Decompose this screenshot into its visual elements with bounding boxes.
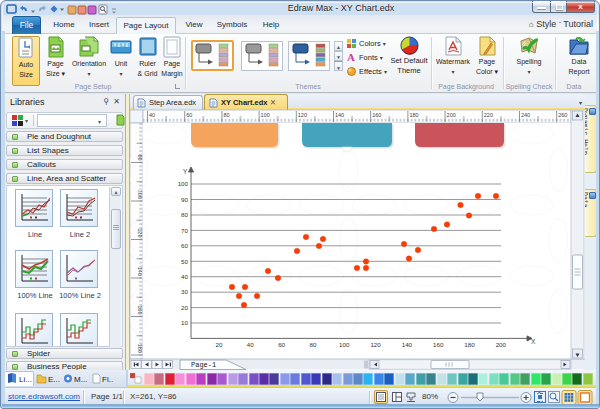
svg-text:A: A <box>347 52 355 62</box>
svg-text:Li...: Li... <box>19 375 32 384</box>
svg-text:220: 220 <box>484 112 493 118</box>
svg-text:Y: Y <box>183 168 188 175</box>
svg-text:200: 200 <box>447 112 456 118</box>
svg-text:80: 80 <box>223 112 229 118</box>
svg-text:180: 180 <box>464 341 475 348</box>
svg-text:180: 180 <box>137 344 143 353</box>
svg-text:40: 40 <box>181 273 188 280</box>
svg-text:60: 60 <box>278 341 285 348</box>
svg-text:80: 80 <box>137 154 143 160</box>
svg-text:260: 260 <box>558 112 567 118</box>
svg-text:160: 160 <box>137 305 143 314</box>
svg-text:160: 160 <box>433 341 444 348</box>
svg-text:100: 100 <box>339 341 350 348</box>
svg-text:80: 80 <box>181 211 188 218</box>
svg-text:60: 60 <box>186 112 192 118</box>
svg-text:160: 160 <box>372 112 381 118</box>
svg-text:140: 140 <box>402 341 413 348</box>
svg-text:140: 140 <box>335 112 344 118</box>
svg-text:50: 50 <box>181 258 188 265</box>
svg-text:20: 20 <box>181 304 188 311</box>
svg-text:120: 120 <box>298 112 307 118</box>
svg-text:60: 60 <box>181 242 188 249</box>
svg-text:E...: E... <box>48 375 60 384</box>
svg-text:10: 10 <box>181 319 188 326</box>
svg-text:40: 40 <box>247 341 254 348</box>
svg-text:100: 100 <box>178 180 189 187</box>
svg-text:70: 70 <box>181 227 188 234</box>
svg-text:120: 120 <box>370 341 381 348</box>
svg-text:Fi...: Fi... <box>102 375 113 384</box>
svg-text:M...: M... <box>74 375 87 384</box>
svg-text:X: X <box>531 338 536 345</box>
svg-text:80: 80 <box>309 341 316 348</box>
svg-text:Page-1: Page-1 <box>191 361 216 369</box>
svg-text:200: 200 <box>496 341 507 348</box>
svg-text:240: 240 <box>521 112 530 118</box>
svg-text:180: 180 <box>409 112 418 118</box>
svg-text:30: 30 <box>181 288 188 295</box>
svg-text:40: 40 <box>149 112 155 118</box>
svg-text:90: 90 <box>181 196 188 203</box>
svg-text:120: 120 <box>137 228 143 237</box>
svg-text:100: 100 <box>261 112 270 118</box>
svg-text:20: 20 <box>216 341 223 348</box>
